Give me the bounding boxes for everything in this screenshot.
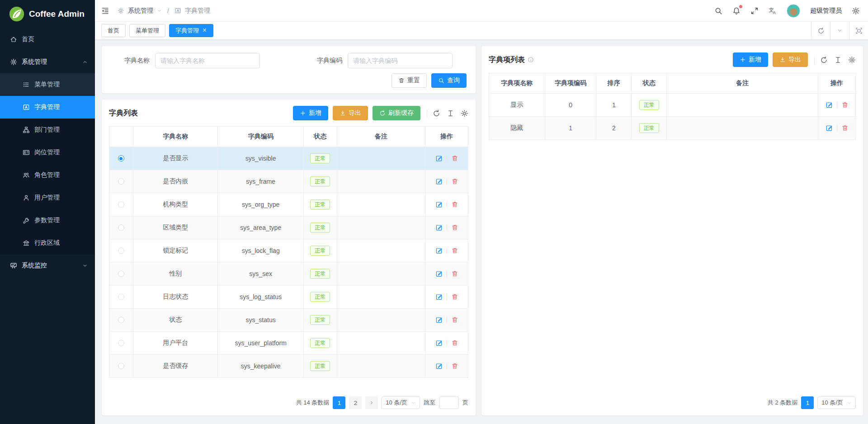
page-size-select[interactable]: 10 条/页	[382, 396, 420, 409]
edit-icon[interactable]	[435, 201, 443, 208]
sidebar-item-system-management[interactable]: 系统管理	[0, 51, 95, 73]
info-icon[interactable]	[528, 57, 534, 63]
edit-icon[interactable]	[435, 247, 443, 254]
search-button[interactable]: 查询	[431, 73, 467, 88]
column-settings-gear-icon[interactable]	[848, 56, 856, 64]
table-row[interactable]: 性别 sys_sex 正常	[109, 262, 468, 286]
dict-code-input[interactable]	[348, 53, 453, 68]
delete-icon[interactable]	[451, 201, 458, 208]
row-height-icon[interactable]	[834, 56, 842, 64]
edit-icon[interactable]	[435, 293, 443, 300]
dict-export-button[interactable]: 导出	[333, 106, 368, 120]
delete-icon[interactable]	[451, 316, 458, 324]
row-radio[interactable]	[118, 294, 124, 300]
next-page-button[interactable]	[365, 396, 378, 409]
delete-icon[interactable]	[841, 101, 849, 109]
edit-icon[interactable]	[435, 270, 443, 277]
delete-icon[interactable]	[451, 270, 458, 277]
table-row[interactable]: 状态 sys_status 正常	[109, 309, 468, 332]
delete-icon[interactable]	[451, 247, 458, 254]
table-row[interactable]: 用户平台 sys_user_platform 正常	[109, 332, 468, 355]
collapse-sidebar-icon[interactable]	[101, 7, 109, 15]
row-radio[interactable]	[118, 363, 124, 369]
refresh-table-icon[interactable]	[820, 56, 828, 64]
dict-add-button[interactable]: 新增	[293, 106, 328, 120]
row-radio[interactable]	[118, 178, 124, 185]
delete-icon[interactable]	[451, 362, 458, 370]
maximize-content-button[interactable]	[849, 22, 868, 39]
notifications-button[interactable]	[732, 7, 741, 15]
table-row[interactable]: 是否缓存 sys_keepalive 正常	[109, 355, 468, 378]
fullscreen-icon[interactable]	[750, 7, 759, 15]
sidebar-item-post-management[interactable]: 岗位管理	[0, 141, 95, 164]
sidebar-item-dict-management[interactable]: 字典管理	[0, 96, 95, 119]
column-settings-gear-icon[interactable]	[461, 110, 468, 117]
table-row[interactable]: 日志状态 sys_log_status 正常	[109, 286, 468, 309]
item-table-header: 字典项名称 字典项编码 排序 状态 备注 操作	[489, 73, 855, 94]
search-icon[interactable]	[714, 7, 722, 15]
row-radio[interactable]	[118, 271, 124, 277]
reset-button[interactable]: 重置	[392, 73, 427, 88]
row-radio[interactable]	[118, 248, 124, 254]
sidebar-item-system-monitor[interactable]: 系统监控	[0, 254, 95, 277]
avatar[interactable]	[787, 4, 800, 18]
table-row[interactable]: 区域类型 sys_area_type 正常	[109, 216, 468, 239]
edit-icon[interactable]	[826, 124, 833, 132]
delete-icon[interactable]	[451, 178, 458, 185]
translate-icon[interactable]	[769, 7, 777, 15]
edit-icon[interactable]	[826, 101, 833, 109]
table-row[interactable]: 锁定标记 sys_lock_flag 正常	[109, 239, 468, 262]
edit-icon[interactable]	[435, 178, 443, 185]
app-logo[interactable]: Coffee Admin	[0, 0, 95, 28]
row-radio-checked[interactable]	[118, 155, 124, 162]
sidebar-item-menu-management[interactable]: 菜单管理	[0, 73, 95, 96]
sidebar-item-user-management[interactable]: 用户管理	[0, 186, 95, 209]
dict-name-input[interactable]	[155, 53, 260, 68]
tab-menu-management[interactable]: 菜单管理	[129, 24, 165, 37]
edit-icon[interactable]	[435, 339, 443, 347]
col-item-name: 字典项名称	[489, 73, 545, 93]
page-button-1[interactable]: 1	[333, 396, 345, 409]
row-radio[interactable]	[118, 201, 124, 208]
breadcrumb-level1[interactable]: 系统管理	[128, 7, 153, 15]
page-button-2[interactable]: 2	[349, 396, 362, 409]
sidebar-item-home[interactable]: 首页	[0, 28, 95, 51]
row-radio[interactable]	[118, 317, 124, 323]
sidebar-item-param-management[interactable]: 参数管理	[0, 209, 95, 232]
delete-icon[interactable]	[451, 293, 458, 300]
table-row[interactable]: 是否显示 sys_visible 正常	[109, 147, 468, 170]
tab-options-button[interactable]	[830, 22, 849, 39]
table-row[interactable]: 机构类型 sys_org_type 正常	[109, 193, 468, 216]
delete-icon[interactable]	[451, 339, 458, 347]
settings-gear-icon[interactable]	[852, 7, 860, 15]
tab-dict-management[interactable]: 字典管理	[169, 24, 213, 37]
page-size-select[interactable]: 10 条/页	[817, 396, 856, 409]
delete-icon[interactable]	[451, 155, 458, 162]
sidebar-item-role-management[interactable]: 角色管理	[0, 164, 95, 186]
delete-icon[interactable]	[841, 124, 849, 132]
table-row[interactable]: 是否内嵌 sys_frame 正常	[109, 170, 468, 193]
username[interactable]: 超级管理员	[810, 7, 842, 15]
page-button-1[interactable]: 1	[801, 396, 814, 409]
edit-icon[interactable]	[435, 155, 443, 162]
tab-home[interactable]: 首页	[101, 24, 126, 37]
refresh-table-icon[interactable]	[433, 110, 440, 117]
refresh-page-button[interactable]	[811, 22, 830, 39]
row-radio[interactable]	[118, 340, 124, 346]
table-row[interactable]: 隐藏 1 2 正常	[489, 117, 855, 140]
edit-icon[interactable]	[435, 362, 443, 370]
row-height-icon[interactable]	[447, 110, 454, 117]
jump-page-input[interactable]	[439, 396, 459, 409]
sidebar-item-admin-region[interactable]: 行政区域	[0, 232, 95, 254]
edit-icon[interactable]	[435, 316, 443, 324]
item-add-button[interactable]: 新增	[733, 52, 768, 67]
table-row[interactable]: 显示 0 1 正常	[489, 94, 855, 117]
refresh-cache-button[interactable]: 刷新缓存	[373, 106, 420, 120]
chevron-down-icon[interactable]	[157, 8, 162, 13]
tab-close-button[interactable]	[202, 27, 207, 34]
delete-icon[interactable]	[451, 224, 458, 231]
sidebar-item-dept-management[interactable]: 部门管理	[0, 119, 95, 141]
item-export-button[interactable]: 导出	[773, 52, 808, 67]
edit-icon[interactable]	[435, 224, 443, 231]
row-radio[interactable]	[118, 224, 124, 231]
